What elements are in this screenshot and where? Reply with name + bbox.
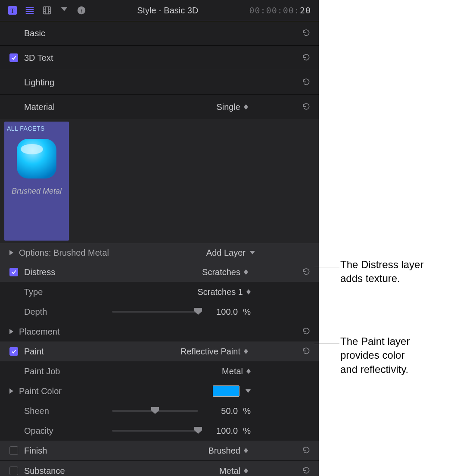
film-icon[interactable] bbox=[42, 6, 52, 15]
slider-thumb[interactable] bbox=[151, 407, 159, 414]
sheen-unit: % bbox=[240, 406, 251, 416]
reset-icon[interactable] bbox=[302, 102, 311, 112]
paint-color-well[interactable] bbox=[213, 385, 239, 397]
slider-thumb[interactable] bbox=[194, 427, 202, 434]
row-placement[interactable]: Placement bbox=[0, 322, 319, 341]
svg-marker-17 bbox=[244, 107, 248, 110]
row-finish[interactable]: Finish Brushed bbox=[0, 441, 319, 460]
material-value: Single bbox=[216, 102, 240, 112]
checkbox-paint[interactable] bbox=[9, 347, 18, 356]
add-layer-popup[interactable]: Add Layer bbox=[206, 248, 255, 258]
distress-popup[interactable]: Scratches bbox=[202, 267, 248, 277]
info-icon[interactable]: i bbox=[77, 6, 86, 15]
facet-caption: ALL FACETS bbox=[7, 125, 66, 132]
svg-marker-32 bbox=[9, 388, 13, 394]
row-3d-text[interactable]: 3D Text bbox=[0, 46, 319, 70]
row-opacity: Opacity 100.0 % bbox=[0, 421, 319, 441]
opacity-unit: % bbox=[240, 426, 251, 436]
stepper-icon bbox=[244, 448, 248, 453]
reset-icon[interactable] bbox=[302, 466, 311, 476]
chevron-down-icon bbox=[250, 251, 255, 254]
label-substance: Substance bbox=[24, 466, 65, 476]
opacity-value[interactable]: 100.0 bbox=[208, 426, 240, 436]
row-paint-job: Paint Job Metal bbox=[0, 361, 319, 381]
opacity-slider[interactable] bbox=[112, 430, 198, 432]
reset-icon[interactable] bbox=[302, 28, 311, 38]
disclosure-icon[interactable] bbox=[9, 250, 15, 255]
svg-rect-6 bbox=[44, 7, 51, 14]
paint-job-popup[interactable]: Metal bbox=[222, 366, 251, 376]
finish-popup[interactable]: Brushed bbox=[208, 446, 249, 456]
depth-value[interactable]: 100.0 bbox=[208, 307, 240, 317]
distress-value: Scratches bbox=[202, 267, 240, 277]
disclosure-icon[interactable] bbox=[9, 329, 15, 334]
timecode-frames: 20 bbox=[300, 5, 311, 16]
facet-swatch[interactable]: ALL FACETS Brushed bbox=[4, 122, 69, 241]
row-options[interactable]: Options: Brushed Metal Add Layer bbox=[0, 243, 319, 262]
reset-icon[interactable] bbox=[302, 53, 311, 63]
stepper-icon bbox=[246, 289, 251, 294]
stepper-icon bbox=[246, 369, 251, 374]
timecode[interactable]: 00:00:00:20 bbox=[249, 5, 311, 16]
paint-popup[interactable]: Reflective Paint bbox=[180, 347, 248, 357]
label-opacity: Opacity bbox=[24, 426, 53, 436]
distress-type-value: Scratches 1 bbox=[197, 287, 243, 297]
svg-text:T: T bbox=[11, 7, 15, 14]
material-popup[interactable]: Single bbox=[216, 102, 248, 112]
label-paint-job: Paint Job bbox=[24, 366, 60, 376]
row-sheen: Sheen 50.0 % bbox=[0, 401, 319, 421]
checkbox-substance[interactable] bbox=[9, 467, 18, 475]
reset-icon[interactable] bbox=[302, 446, 311, 455]
timecode-main: 00:00:00: bbox=[249, 5, 300, 16]
reset-icon[interactable] bbox=[302, 267, 311, 277]
row-distress-type: Type Scratches 1 bbox=[0, 282, 319, 302]
row-lighting[interactable]: Lighting bbox=[0, 70, 319, 94]
svg-marker-35 bbox=[194, 427, 202, 434]
row-distress[interactable]: Distress Scratches bbox=[0, 262, 319, 282]
annotation-layer: The Distress layer adds texture. The Pai… bbox=[319, 0, 454, 476]
inspector-panel: T i Style - Basic 3D 00:00:00:20 bbox=[0, 0, 319, 476]
label-finish: Finish bbox=[24, 446, 47, 456]
svg-marker-20 bbox=[9, 250, 13, 255]
label-paint-color: Paint Color bbox=[19, 386, 62, 396]
label-depth: Depth bbox=[24, 307, 47, 317]
substance-popup[interactable]: Metal bbox=[219, 466, 248, 476]
depth-slider[interactable] bbox=[112, 311, 198, 313]
svg-text:i: i bbox=[81, 8, 82, 14]
annotation-paint: The Paint layer provides color and refle… bbox=[340, 335, 410, 376]
lines-icon[interactable] bbox=[25, 6, 34, 15]
distress-type-popup[interactable]: Scratches 1 bbox=[197, 287, 251, 297]
svg-marker-31 bbox=[246, 371, 251, 374]
checkbox-finish[interactable] bbox=[9, 446, 18, 455]
options-label: Options: Brushed Metal bbox=[19, 248, 109, 258]
stepper-icon bbox=[244, 104, 248, 110]
inspector-title: Style - Basic 3D bbox=[86, 6, 249, 16]
sheen-slider[interactable] bbox=[112, 410, 198, 412]
row-material[interactable]: Material Single bbox=[0, 95, 319, 119]
material-facets-area: ALL FACETS Brushed bbox=[0, 119, 319, 243]
row-basic[interactable]: Basic bbox=[0, 21, 319, 45]
stepper-icon bbox=[244, 349, 248, 354]
material-preview bbox=[12, 135, 61, 183]
reset-icon[interactable] bbox=[302, 327, 311, 336]
annotation-distress: The Distress layer adds texture. bbox=[340, 258, 423, 286]
row-paint[interactable]: Paint Reflective Paint bbox=[0, 341, 319, 361]
sheen-value[interactable]: 50.0 bbox=[208, 406, 240, 416]
reset-icon[interactable] bbox=[302, 347, 311, 356]
filter-icon[interactable] bbox=[59, 6, 69, 15]
text-icon[interactable]: T bbox=[8, 6, 17, 15]
disclosure-icon[interactable] bbox=[9, 388, 15, 394]
inspector-toolbar: T i Style - Basic 3D 00:00:00:20 bbox=[0, 0, 319, 21]
chevron-down-icon[interactable] bbox=[246, 389, 251, 393]
row-paint-color: Paint Color bbox=[0, 381, 319, 401]
label-lighting: Lighting bbox=[24, 78, 54, 88]
svg-marker-29 bbox=[244, 351, 248, 354]
label-paint: Paint bbox=[24, 347, 44, 357]
slider-thumb[interactable] bbox=[194, 308, 202, 315]
row-substance[interactable]: Substance Metal bbox=[0, 461, 319, 476]
reset-icon[interactable] bbox=[302, 78, 311, 87]
svg-marker-34 bbox=[151, 407, 159, 414]
checkbox-distress[interactable] bbox=[9, 268, 18, 276]
svg-marker-33 bbox=[246, 389, 251, 393]
checkbox-3d-text[interactable] bbox=[9, 53, 18, 62]
